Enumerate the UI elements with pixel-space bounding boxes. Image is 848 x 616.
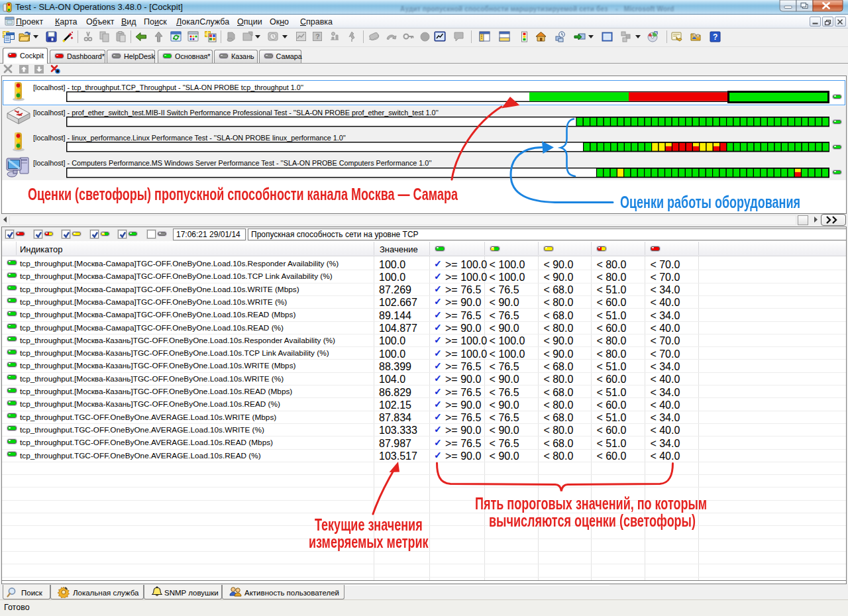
svg-text:?: ? bbox=[713, 32, 717, 42]
svg-text:?: ? bbox=[315, 32, 320, 40]
